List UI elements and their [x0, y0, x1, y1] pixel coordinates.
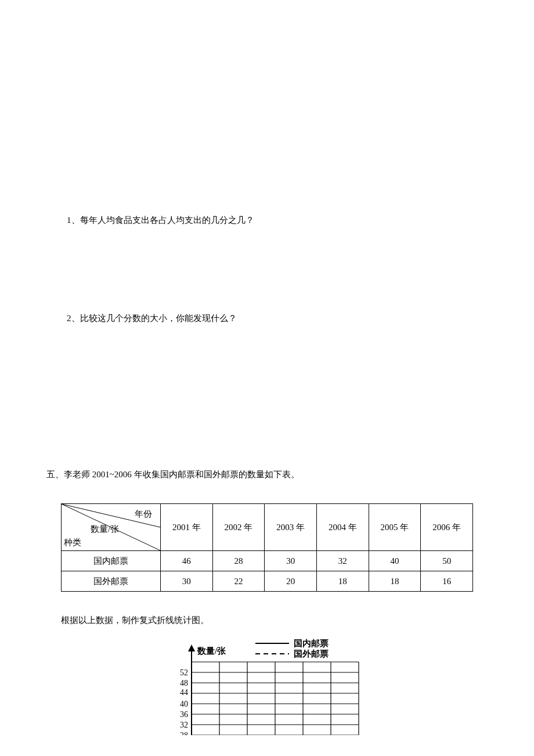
cell: 22 [212, 571, 265, 592]
y-tick: 28 [180, 731, 188, 735]
y-tick: 32 [180, 721, 188, 729]
diag-label-qty: 数量/张 [91, 524, 119, 535]
section-5-intro: 五、李老师 2001~2006 年收集国内邮票和国外邮票的数量如下表。 [46, 469, 488, 480]
table-header-row: 年份 数量/张 种类 2001 年 2002 年 2003 年 2004 年 2… [62, 504, 473, 551]
stamps-table: 年份 数量/张 种类 2001 年 2002 年 2003 年 2004 年 2… [61, 503, 473, 592]
col-header: 2005 年 [369, 504, 421, 551]
row-label: 国内邮票 [62, 551, 161, 571]
y-tick: 52 [180, 668, 188, 677]
col-header: 2004 年 [316, 504, 369, 551]
y-axis-label: 数量/张 [197, 646, 226, 656]
y-tick: 48 [180, 679, 188, 687]
cell: 46 [161, 551, 213, 571]
section-5-task: 根据以上数据，制作复式折线统计图。 [61, 615, 488, 626]
y-tick: 36 [180, 710, 188, 719]
cell: 32 [316, 551, 369, 571]
cell: 16 [421, 571, 473, 592]
col-header: 2002 年 [212, 504, 265, 551]
legend-label: 国外邮票 [294, 649, 329, 658]
y-tick: 44 [180, 688, 188, 697]
diag-label-year: 年份 [135, 509, 152, 520]
cell: 28 [212, 551, 265, 571]
question-1: 1、每年人均食品支出各占人均支出的几分之几？ [67, 215, 488, 226]
blank-line-chart: 国内邮票 国外邮票 数量/张 [163, 636, 383, 735]
grid [192, 662, 359, 735]
table-row: 国内邮票 46 28 30 32 40 50 [62, 551, 473, 571]
question-2: 2、比较这几个分数的大小，你能发现什么？ [67, 313, 488, 324]
cell: 50 [421, 551, 473, 571]
cell: 30 [161, 571, 213, 592]
col-header: 2001 年 [161, 504, 213, 551]
diag-label-type: 种类 [64, 537, 81, 548]
table-row: 国外邮票 30 22 20 18 18 16 [62, 571, 473, 592]
legend-label: 国内邮票 [294, 639, 329, 648]
col-header: 2006 年 [421, 504, 473, 551]
cell: 20 [265, 571, 317, 592]
cell: 30 [265, 551, 317, 571]
cell: 18 [316, 571, 369, 592]
col-header: 2003 年 [265, 504, 317, 551]
arrow-up-icon [188, 645, 195, 651]
cell: 18 [369, 571, 421, 592]
cell: 40 [369, 551, 421, 571]
row-label: 国外邮票 [62, 571, 161, 592]
diagonal-header-cell: 年份 数量/张 种类 [62, 504, 160, 550]
y-tick: 40 [180, 700, 188, 708]
